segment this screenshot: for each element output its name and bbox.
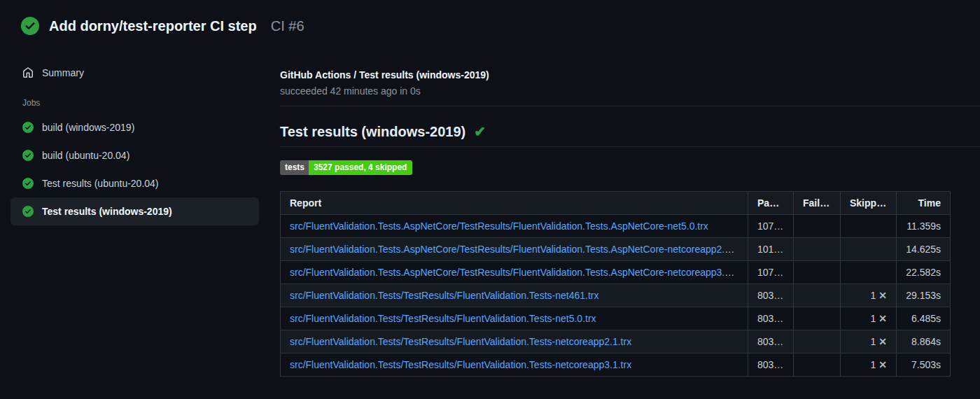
report-cell: src/FluentValidation.Tests/TestResults/F… [281, 354, 748, 377]
report-file-link[interactable]: src/FluentValidation.Tests/TestResults/F… [290, 313, 596, 324]
tests-status-badge: tests 3527 passed, 4 skipped [280, 160, 412, 175]
report-file-link[interactable]: src/FluentValidation.Tests/TestResults/F… [290, 359, 631, 370]
sidebar-item-summary[interactable]: Summary [10, 60, 259, 85]
failed-cell [794, 215, 841, 238]
failed-cell [794, 284, 841, 307]
sidebar-job-item[interactable]: build (ubuntu-20.04) [10, 141, 259, 169]
sidebar-job-label: build (windows-2019) [42, 122, 134, 133]
skipped-x-icon: ✕ [878, 290, 887, 301]
report-file-link[interactable]: src/FluentValidation.Tests.AspNetCore/Te… [290, 267, 743, 278]
sidebar-job-label: build (ubuntu-20.04) [42, 150, 130, 161]
skipped-x-icon: ✕ [878, 359, 887, 370]
report-file-link[interactable]: src/FluentValidation.Tests/TestResults/F… [290, 290, 598, 301]
skipped-cell [841, 261, 897, 284]
column-header-time: Time [897, 192, 951, 215]
skipped-x-icon: ✕ [878, 336, 887, 347]
job-success-check-circle-icon [22, 206, 34, 217]
sidebar-jobs-section-label: Jobs [10, 98, 259, 108]
skipped-cell: 1✕ [841, 284, 897, 307]
sidebar: Summary Jobs build (windows-2019) build … [0, 45, 280, 225]
test-results-table: Report Passed Failed Skipped Time src/Fl… [280, 191, 951, 377]
sidebar-jobs-list: build (windows-2019) build (ubuntu-20.04… [10, 113, 259, 225]
column-header-passed: Passed [748, 192, 794, 215]
run-number: CI #6 [271, 18, 304, 34]
sidebar-job-label: Test results (windows-2019) [42, 206, 172, 217]
heading-success-check-icon: ✔ [474, 122, 486, 141]
failed-cell [794, 330, 841, 354]
job-success-check-circle-icon [22, 178, 34, 189]
report-file-link[interactable]: src/FluentValidation.Tests/TestResults/F… [290, 336, 631, 347]
report-file-link[interactable]: src/FluentValidation.Tests.AspNetCore/Te… [290, 220, 708, 232]
skipped-cell: 1✕ [841, 330, 897, 354]
time-cell: 14.625s [897, 238, 951, 261]
report-cell: src/FluentValidation.Tests/TestResults/F… [281, 307, 748, 330]
table-row: src/FluentValidation.Tests/TestResults/F… [281, 330, 951, 354]
badge-label: tests [280, 160, 309, 175]
job-success-check-circle-icon [22, 150, 34, 161]
report-cell: src/FluentValidation.Tests/TestResults/F… [281, 330, 748, 354]
table-row: src/FluentValidation.Tests/TestResults/F… [281, 354, 951, 377]
failed-cell [794, 238, 841, 261]
time-cell: 29.153s [897, 284, 951, 307]
passed-cell: 803✓ [748, 354, 794, 377]
home-icon [22, 67, 34, 78]
sidebar-job-item[interactable]: Test results (windows-2019) [10, 197, 259, 225]
report-cell: src/FluentValidation.Tests.AspNetCore/Te… [281, 261, 748, 284]
table-row: src/FluentValidation.Tests/TestResults/F… [281, 307, 951, 330]
table-header-row: Report Passed Failed Skipped Time [281, 192, 951, 215]
divider [280, 106, 980, 106]
skipped-cell [841, 238, 897, 261]
skipped-cell: 1✕ [841, 307, 897, 330]
time-cell: 7.503s [897, 354, 951, 377]
time-cell: 8.864s [897, 330, 951, 354]
table-row: src/FluentValidation.Tests.AspNetCore/Te… [281, 215, 951, 238]
table-row: src/FluentValidation.Tests/TestResults/F… [281, 284, 951, 307]
sidebar-job-item[interactable]: Test results (ubuntu-20.04) [10, 169, 259, 197]
column-header-skipped: Skipped [841, 192, 897, 215]
report-cell: src/FluentValidation.Tests.AspNetCore/Te… [281, 238, 748, 261]
failed-cell [794, 307, 841, 330]
job-success-check-circle-icon [22, 122, 34, 133]
time-cell: 6.485s [897, 307, 951, 330]
job-header-title: GitHub Actions / Test results (windows-2… [280, 68, 980, 82]
time-cell: 22.582s [897, 261, 951, 284]
run-success-check-circle-icon [21, 17, 39, 35]
failed-cell [794, 261, 841, 284]
passed-cell: 107✓ [748, 215, 794, 238]
skipped-cell [841, 215, 897, 238]
divider [280, 146, 980, 147]
skipped-cell: 1✕ [841, 354, 897, 377]
time-cell: 11.359s [897, 215, 951, 238]
passed-cell: 803✓ [748, 307, 794, 330]
table-row: src/FluentValidation.Tests.AspNetCore/Te… [281, 261, 951, 284]
passed-cell: 803✓ [748, 330, 794, 354]
sidebar-job-item[interactable]: build (windows-2019) [10, 113, 259, 141]
main-content: GitHub Actions / Test results (windows-2… [280, 45, 980, 377]
passed-cell: 101✓ [748, 238, 794, 261]
job-status-line: succeeded 42 minutes ago in 0s [280, 84, 980, 98]
report-file-link[interactable]: src/FluentValidation.Tests.AspNetCore/Te… [290, 244, 743, 255]
run-title: Add dorny/test-reporter CI step [49, 18, 257, 34]
report-heading: Test results (windows-2019) ✔ [280, 122, 980, 141]
report-heading-text: Test results (windows-2019) [280, 122, 465, 141]
badge-value: 3527 passed, 4 skipped [309, 160, 412, 175]
run-header: Add dorny/test-reporter CI step CI #6 [0, 0, 980, 45]
sidebar-summary-label: Summary [42, 67, 84, 78]
failed-cell [794, 354, 841, 377]
table-row: src/FluentValidation.Tests.AspNetCore/Te… [281, 238, 951, 261]
passed-cell: 107✓ [748, 261, 794, 284]
report-cell: src/FluentValidation.Tests.AspNetCore/Te… [281, 215, 748, 238]
report-cell: src/FluentValidation.Tests/TestResults/F… [281, 284, 748, 307]
passed-cell: 803✓ [748, 284, 794, 307]
sidebar-job-label: Test results (ubuntu-20.04) [42, 178, 159, 189]
skipped-x-icon: ✕ [878, 313, 887, 324]
column-header-report: Report [281, 192, 748, 215]
column-header-failed: Failed [794, 192, 841, 215]
